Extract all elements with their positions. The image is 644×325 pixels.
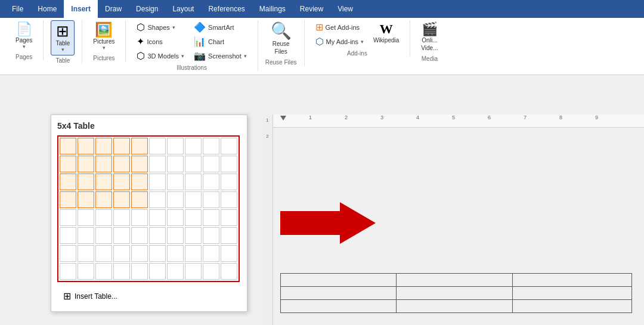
shapes-button[interactable]: ⬡ Shapes ▾ [133, 20, 188, 34]
grid-cell[interactable] [113, 209, 130, 226]
grid-cell[interactable] [113, 263, 130, 280]
my-addins-button[interactable]: ⬡ My Add-ins ▾ [312, 35, 367, 48]
grid-cell[interactable] [185, 174, 202, 190]
grid-cell[interactable] [78, 191, 94, 208]
table-grid[interactable] [57, 135, 240, 282]
grid-cell[interactable] [221, 138, 237, 154]
smartart-button[interactable]: 🔷 SmartArt [190, 20, 250, 34]
grid-cell[interactable] [131, 245, 148, 262]
grid-cell[interactable] [113, 227, 130, 244]
tab-mailings[interactable]: Mailings [252, 0, 293, 18]
grid-cell[interactable] [185, 245, 202, 262]
grid-cell[interactable] [167, 191, 184, 208]
grid-cell[interactable] [60, 245, 76, 262]
grid-cell[interactable] [131, 209, 148, 226]
tab-view[interactable]: View [330, 0, 360, 18]
grid-cell[interactable] [95, 156, 112, 172]
grid-cell[interactable] [131, 156, 148, 172]
grid-cell[interactable] [113, 245, 130, 262]
grid-cell[interactable] [78, 263, 94, 280]
grid-cell[interactable] [131, 263, 148, 280]
grid-cell[interactable] [149, 245, 166, 262]
grid-cell[interactable] [113, 191, 130, 208]
grid-cell[interactable] [167, 263, 184, 280]
grid-cell[interactable] [131, 138, 148, 154]
tab-draw[interactable]: Draw [98, 0, 129, 18]
grid-cell[interactable] [203, 174, 219, 190]
grid-cell[interactable] [131, 227, 148, 244]
grid-cell[interactable] [95, 227, 112, 244]
grid-cell[interactable] [149, 191, 166, 208]
grid-cell[interactable] [203, 209, 219, 226]
grid-cell[interactable] [60, 263, 76, 280]
grid-cell[interactable] [203, 227, 219, 244]
3d-models-button[interactable]: ⬡ 3D Models ▾ [133, 49, 188, 63]
grid-cell[interactable] [95, 263, 112, 280]
grid-cell[interactable] [95, 138, 112, 154]
grid-cell[interactable] [95, 209, 112, 226]
grid-cell[interactable] [60, 138, 76, 154]
grid-cell[interactable] [221, 191, 237, 208]
grid-cell[interactable] [185, 227, 202, 244]
grid-cell[interactable] [95, 245, 112, 262]
tab-references[interactable]: References [201, 0, 252, 18]
insert-table-button[interactable]: ⊞ Insert Table... [57, 287, 241, 305]
grid-cell[interactable] [203, 191, 219, 208]
grid-cell[interactable] [95, 174, 112, 190]
grid-cell[interactable] [221, 209, 237, 226]
grid-cell[interactable] [149, 209, 166, 226]
grid-cell[interactable] [203, 138, 219, 154]
tab-review[interactable]: Review [293, 0, 330, 18]
grid-cell[interactable] [78, 209, 94, 226]
icons-button[interactable]: ✦ Icons [133, 35, 188, 48]
tab-design[interactable]: Design [129, 0, 165, 18]
grid-cell[interactable] [167, 227, 184, 244]
grid-cell[interactable] [203, 263, 219, 280]
grid-cell[interactable] [78, 156, 94, 172]
grid-cell[interactable] [167, 245, 184, 262]
reuse-files-button[interactable]: 🔍 Reuse Files [267, 20, 295, 57]
grid-cell[interactable] [149, 227, 166, 244]
grid-cell[interactable] [149, 156, 166, 172]
grid-cell[interactable] [167, 138, 184, 154]
grid-cell[interactable] [221, 227, 237, 244]
grid-cell[interactable] [149, 174, 166, 190]
grid-cell[interactable] [78, 174, 94, 190]
grid-cell[interactable] [221, 156, 237, 172]
grid-cell[interactable] [95, 191, 112, 208]
grid-cell[interactable] [203, 245, 219, 262]
grid-cell[interactable] [60, 174, 76, 190]
grid-cell[interactable] [185, 263, 202, 280]
grid-cell[interactable] [149, 263, 166, 280]
table-button[interactable]: ⊞ Table ▾ [51, 20, 75, 55]
grid-cell[interactable] [113, 138, 130, 154]
tab-insert[interactable]: Insert [64, 0, 98, 18]
grid-cell[interactable] [167, 174, 184, 190]
grid-cell[interactable] [78, 138, 94, 154]
grid-cell[interactable] [60, 227, 76, 244]
pages-button[interactable]: 📄 Pages ▾ [12, 20, 36, 52]
grid-cell[interactable] [221, 245, 237, 262]
grid-cell[interactable] [167, 156, 184, 172]
grid-cell[interactable] [60, 156, 76, 172]
grid-cell[interactable] [131, 174, 148, 190]
tab-layout[interactable]: Layout [165, 0, 201, 18]
tab-file[interactable]: File [5, 0, 30, 18]
grid-cell[interactable] [131, 191, 148, 208]
grid-cell[interactable] [78, 227, 94, 244]
grid-cell[interactable] [60, 209, 76, 226]
tab-home[interactable]: Home [30, 0, 64, 18]
grid-cell[interactable] [185, 209, 202, 226]
grid-cell[interactable] [221, 174, 237, 190]
grid-cell[interactable] [185, 156, 202, 172]
grid-cell[interactable] [185, 138, 202, 154]
screenshot-button[interactable]: 📷 Screenshot ▾ [190, 49, 250, 63]
grid-cell[interactable] [78, 245, 94, 262]
online-video-button[interactable]: 🎬 Onli... Vide... [417, 20, 441, 54]
chart-button[interactable]: 📊 Chart [190, 35, 250, 48]
wikipedia-button[interactable]: W Wikipedia [370, 20, 402, 46]
grid-cell[interactable] [167, 209, 184, 226]
grid-cell[interactable] [149, 138, 166, 154]
grid-cell[interactable] [113, 156, 130, 172]
get-addins-button[interactable]: ⊞ Get Add-ins [312, 20, 367, 34]
